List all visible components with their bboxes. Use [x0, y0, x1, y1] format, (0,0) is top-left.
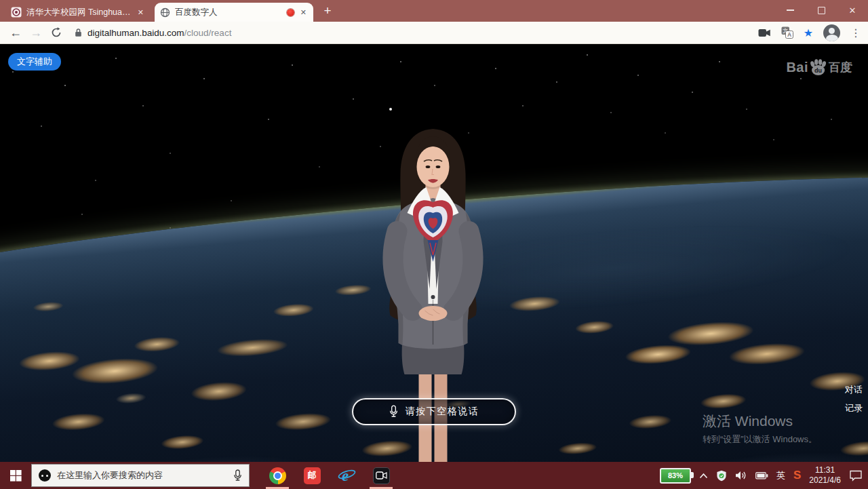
desktop-screen: 清华大学校园网 Tsinghua Univ ✕ 百度数字人 ✕ + ✕ ← → [0, 0, 868, 489]
defender-shield-icon[interactable] [716, 470, 727, 482]
start-button[interactable] [0, 462, 31, 489]
taskbar-chrome-button[interactable] [267, 462, 288, 489]
toolbar-right-icons: 文 A ★ ⋮ [758, 24, 861, 41]
baidu-logo: Bai du 百度 [786, 59, 852, 76]
tab-baidu-digital-human[interactable]: 百度数字人 ✕ [155, 3, 313, 22]
svg-text:e: e [342, 467, 349, 484]
side-tab-dialog[interactable]: 对话 [845, 384, 863, 396]
globe-icon [160, 7, 170, 18]
cortana-icon [39, 469, 51, 482]
tab-title: 清华大学校园网 Tsinghua Univ [26, 7, 132, 18]
sogou-icon[interactable]: S [793, 469, 801, 482]
baidu-logo-bai: Bai [786, 60, 808, 75]
input-language-indicator[interactable]: 英 [776, 469, 785, 482]
press-space-to-talk-pill[interactable]: 请按下空格说话 [352, 398, 516, 425]
battery-percent: 83% [668, 471, 683, 480]
restore-button[interactable] [806, 0, 837, 20]
browser-tab-bar: 清华大学校园网 Tsinghua Univ ✕ 百度数字人 ✕ + ✕ [0, 0, 868, 22]
microphone-icon [389, 405, 398, 418]
camera-app-icon [373, 467, 390, 484]
starfield [0, 44, 1, 45]
watermark-subtitle: 转到“设置”以激活 Windows。 [703, 433, 817, 446]
tab-close-button[interactable]: ✕ [299, 7, 308, 18]
side-panel-tabs: 对话 记录 [845, 384, 863, 414]
reload-icon[interactable] [46, 27, 66, 38]
windows-taskbar: 在这里输入你要搜索的内容 邮 e [0, 462, 868, 489]
new-tab-button[interactable]: + [319, 2, 336, 20]
volume-icon[interactable] [735, 471, 747, 480]
taskbar-mail-button[interactable]: 邮 [302, 462, 322, 489]
restore-icon [818, 7, 825, 14]
taskbar-clock[interactable]: 11:31 2021/4/6 [809, 465, 841, 486]
ie-icon: e [338, 467, 356, 484]
windows-activation-watermark: 激活 Windows 转到“设置”以激活 Windows。 [703, 412, 817, 446]
tab-close-button[interactable]: ✕ [136, 7, 145, 18]
text-assist-button[interactable]: 文字辅助 [8, 53, 61, 71]
url-host: digitalhuman.baidu.com [87, 28, 184, 38]
back-icon[interactable]: ← [5, 26, 26, 40]
svg-text:A: A [787, 31, 791, 38]
watermark-title: 激活 Windows [703, 412, 817, 431]
window-controls: ✕ [774, 0, 868, 20]
taskbar-search-box[interactable]: 在这里输入你要搜索的内容 [31, 464, 250, 487]
jacket-button [431, 295, 435, 299]
svg-text:du: du [814, 67, 822, 74]
camera-icon[interactable] [758, 28, 771, 37]
hands [419, 306, 448, 321]
bookmark-star-icon[interactable]: ★ [804, 26, 813, 39]
menu-dots-icon[interactable]: ⋮ [850, 26, 861, 39]
taskbar-apps: 邮 e [267, 462, 391, 489]
address-bar[interactable]: digitalhuman.baidu.com/cloud/react [75, 28, 758, 38]
search-placeholder: 在这里输入你要搜索的内容 [57, 469, 227, 482]
action-center-icon[interactable] [849, 470, 863, 482]
chevron-up-icon[interactable] [699, 473, 708, 479]
tab-tsinghua[interactable]: 清华大学校园网 Tsinghua Univ ✕ [5, 3, 151, 22]
forward-icon[interactable]: → [26, 26, 46, 40]
minimize-button[interactable] [774, 0, 806, 20]
url-text: digitalhuman.baidu.com/cloud/react [87, 28, 231, 38]
translate-icon[interactable]: 文 A [781, 26, 793, 39]
close-button[interactable]: ✕ [837, 0, 868, 20]
taskbar-ie-button[interactable]: e [336, 462, 357, 489]
chrome-icon [269, 467, 286, 484]
mic-prompt-text: 请按下空格说话 [406, 406, 479, 418]
battery-widget[interactable]: 83% [660, 468, 691, 484]
minimize-icon [787, 9, 794, 11]
system-tray: 83% 英 S 11:31 2021/4/6 [660, 465, 863, 486]
baidu-paw-icon: du [809, 59, 827, 76]
clock-time: 11:31 [809, 465, 841, 475]
clock-date: 2021/4/6 [809, 475, 841, 486]
mail-icon: 邮 [304, 467, 321, 484]
lock-icon [75, 28, 82, 37]
tsinghua-logo-icon [11, 7, 22, 18]
tab-title: 百度数字人 [175, 7, 282, 18]
windows-logo-icon [10, 470, 22, 482]
baidu-logo-cn: 百度 [829, 60, 852, 75]
digital-human-stage: 文字辅助 Bai du 百度 请按下空格说话 [0, 44, 868, 462]
taskbar-camera-button[interactable] [371, 462, 391, 489]
url-path: /cloud/react [184, 28, 232, 38]
browser-toolbar: ← → digitalhuman.baidu.com/cloud/react 文… [0, 22, 868, 44]
profile-icon[interactable] [823, 24, 840, 41]
search-mic-icon[interactable] [233, 469, 242, 482]
recording-dot-icon [287, 9, 294, 16]
battery-icon[interactable] [755, 472, 768, 480]
side-tab-record[interactable]: 记录 [845, 402, 863, 414]
